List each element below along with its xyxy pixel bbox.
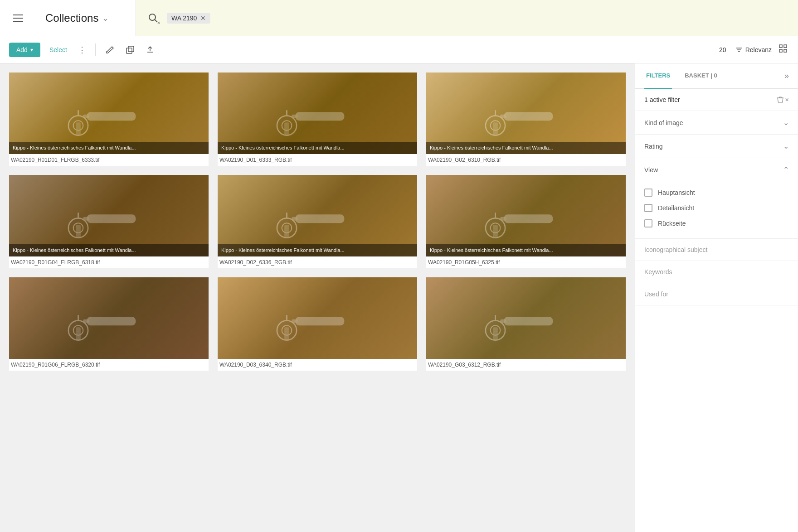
- panel-expand-button[interactable]: »: [784, 71, 789, 81]
- svg-rect-28: [87, 214, 136, 223]
- clear-filter-button[interactable]: ✕: [777, 96, 789, 103]
- gallery-item-filename: WA02190_D01_6333_RGB.tif: [218, 154, 417, 166]
- svg-rect-11: [83, 115, 89, 118]
- svg-rect-7: [784, 49, 787, 52]
- svg-rect-40: [504, 214, 553, 223]
- top-header: Collections ⌄ ✕ WA 2190 ✕: [0, 0, 798, 36]
- svg-rect-4: [779, 45, 782, 48]
- clear-filter-icon: ✕: [785, 97, 789, 103]
- svg-rect-41: [500, 217, 506, 221]
- svg-rect-46: [87, 317, 136, 325]
- gallery-item[interactable]: Kippo - Kleines österreichisches Falkone…: [426, 73, 626, 166]
- sort-button[interactable]: Relevanz: [735, 46, 772, 53]
- filter-kind-of-image-chevron-icon: ⌄: [783, 118, 789, 127]
- filter-view-chevron-icon: ⌃: [783, 165, 789, 174]
- svg-rect-52: [295, 317, 344, 325]
- filter-view-header[interactable]: View ⌃: [635, 158, 798, 181]
- gallery-grid: Kippo - Kleines österreichisches Falkone…: [9, 73, 626, 371]
- svg-rect-5: [784, 45, 787, 48]
- search-icon-button[interactable]: ✕: [145, 10, 161, 26]
- checkbox-hauptansicht-label: Hauptansicht: [658, 189, 695, 196]
- gallery-item[interactable]: Kippo - Kleines österreichisches Falkone…: [218, 73, 417, 166]
- svg-rect-59: [500, 319, 506, 323]
- svg-rect-22: [504, 112, 553, 121]
- svg-rect-35: [292, 217, 298, 221]
- svg-rect-43: [493, 225, 498, 237]
- checkbox-rueckseite-label: Rückseite: [658, 220, 686, 227]
- svg-rect-61: [493, 327, 498, 339]
- gallery-item-image: [426, 277, 626, 359]
- checkbox-hauptansicht[interactable]: Hauptansicht: [644, 185, 789, 200]
- search-tag-value: WA 2190: [171, 15, 197, 22]
- more-options-button[interactable]: ⋮: [76, 43, 88, 57]
- select-button[interactable]: Select: [46, 44, 71, 55]
- gallery-item-image: Kippo - Kleines österreichisches Falkone…: [9, 175, 209, 256]
- svg-rect-2: [127, 48, 132, 53]
- gallery-item-caption: Kippo - Kleines österreichisches Falkone…: [218, 142, 417, 154]
- add-chevron-icon: ▾: [30, 47, 33, 53]
- svg-rect-13: [76, 122, 81, 135]
- search-tag: WA 2190 ✕: [167, 13, 210, 24]
- gallery-item-image: Kippo - Kleines österreichisches Falkone…: [9, 73, 209, 154]
- tab-basket[interactable]: BASKET | 0: [683, 63, 719, 89]
- gallery-item[interactable]: WA02190_D03_6340_RGB.tif: [218, 277, 417, 371]
- checkbox-detailansicht-label: Detailansicht: [658, 204, 694, 212]
- hamburger-menu-button[interactable]: [0, 0, 36, 36]
- layout-button[interactable]: [777, 43, 789, 57]
- gallery-item[interactable]: Kippo - Kleines österreichisches Falkone…: [426, 175, 626, 268]
- gallery-item-filename: WA02190_R01G04_FLRGB_6318.tif: [9, 256, 209, 268]
- gallery-item-image: Kippo - Kleines österreichisches Falkone…: [426, 73, 626, 154]
- gallery-item[interactable]: Kippo - Kleines österreichisches Falkone…: [9, 175, 209, 268]
- filter-section-rating: Rating ⌄: [635, 135, 798, 158]
- filter-iconographical-title: Iconographical subject: [644, 246, 707, 253]
- right-panel: FILTERS BASKET | 0 » 1 active filter ✕ K…: [635, 63, 798, 532]
- search-tag-close-button[interactable]: ✕: [200, 15, 206, 22]
- filter-used-for-title: Used for: [644, 290, 668, 298]
- toolbar: Add ▾ Select ⋮ 20 Relevanz: [0, 36, 798, 63]
- gallery-item-filename: WA02190_R01G05H_6325.tif: [426, 256, 626, 268]
- filter-view-title: View: [644, 166, 658, 174]
- gallery-item-image: [9, 277, 209, 359]
- copy-icon-button[interactable]: [123, 43, 137, 57]
- gallery-item-caption: Kippo - Kleines österreichisches Falkone…: [426, 142, 626, 154]
- hamburger-icon: [13, 15, 23, 22]
- filter-kind-of-image-title: Kind of image: [644, 119, 683, 126]
- svg-rect-58: [504, 317, 553, 325]
- export-icon-button[interactable]: [143, 43, 157, 57]
- filter-section-kind-of-image: Kind of image ⌄: [635, 111, 798, 135]
- svg-rect-23: [500, 115, 506, 118]
- svg-rect-37: [284, 225, 289, 237]
- filter-rating-header[interactable]: Rating ⌄: [635, 135, 798, 158]
- filter-section-iconographical: Iconographical subject: [635, 239, 798, 261]
- gallery-item-image: Kippo - Kleines österreichisches Falkone…: [426, 175, 626, 256]
- collections-nav[interactable]: Collections ⌄: [36, 0, 136, 36]
- svg-point-0: [149, 14, 156, 20]
- svg-rect-47: [83, 319, 89, 323]
- svg-rect-6: [779, 49, 782, 52]
- checkbox-detailansicht[interactable]: Detailansicht: [644, 200, 789, 216]
- gallery-item[interactable]: Kippo - Kleines österreichisches Falkone…: [218, 175, 417, 268]
- tab-filters[interactable]: FILTERS: [644, 63, 672, 89]
- filter-kind-of-image-header[interactable]: Kind of image ⌄: [635, 111, 798, 134]
- add-button[interactable]: Add ▾: [9, 43, 40, 57]
- edit-icon-button[interactable]: [103, 43, 117, 57]
- active-filter-row: 1 active filter ✕: [635, 89, 798, 111]
- search-section: ✕ WA 2190 ✕: [136, 0, 798, 36]
- gallery-item[interactable]: Kippo - Kleines österreichisches Falkone…: [9, 73, 209, 166]
- gallery-item-image: [218, 277, 417, 359]
- svg-rect-53: [292, 319, 298, 323]
- panel-tabs: FILTERS BASKET | 0 »: [635, 63, 798, 89]
- svg-rect-17: [292, 115, 298, 118]
- gallery-area: Kippo - Kleines österreichisches Falkone…: [0, 63, 635, 532]
- gallery-item-filename: WA02190_G03_6312_RGB.tif: [426, 359, 626, 371]
- checkbox-rueckseite[interactable]: Rückseite: [644, 216, 789, 231]
- active-filter-text: 1 active filter: [644, 96, 680, 103]
- gallery-item-caption: Kippo - Kleines österreichisches Falkone…: [9, 142, 209, 154]
- result-count: 20: [719, 46, 726, 53]
- gallery-item-image: Kippo - Kleines österreichisches Falkone…: [218, 73, 417, 154]
- gallery-item[interactable]: WA02190_G03_6312_RGB.tif: [426, 277, 626, 371]
- svg-rect-29: [83, 217, 89, 221]
- checkbox-hauptansicht-box: [644, 189, 652, 197]
- checkbox-detailansicht-box: [644, 204, 652, 212]
- gallery-item[interactable]: WA02190_R01G06_FLRGB_6320.tif: [9, 277, 209, 371]
